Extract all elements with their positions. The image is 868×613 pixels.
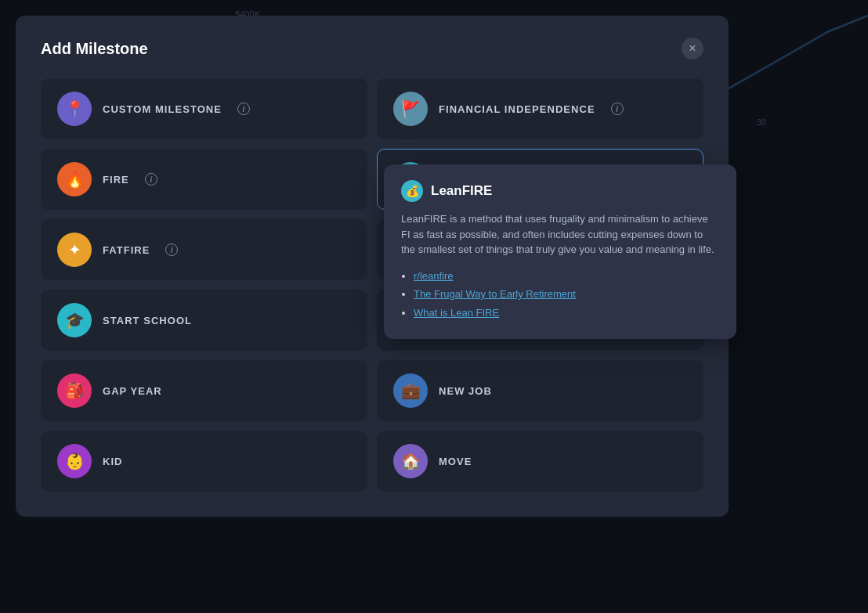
move-icon: 🏠 bbox=[393, 444, 428, 478]
financial-independence-info-icon[interactable]: i bbox=[611, 103, 624, 115]
leanfire-tooltip: 💰 LeanFIRE LeanFIRE is a method that use… bbox=[384, 164, 736, 339]
new-job-icon: 💼 bbox=[393, 373, 428, 408]
milestone-card-move[interactable]: 🏠 MOVE bbox=[377, 431, 703, 492]
tooltip-link-frugal[interactable]: The Frugal Way to Early Retirement bbox=[414, 288, 576, 300]
modal-header: Add Milestone × bbox=[41, 38, 703, 59]
tooltip-link-item: r/leanfire bbox=[414, 269, 719, 284]
milestone-card-financial-independence[interactable]: 🚩 FINANCIAL INDEPENDENCE i bbox=[377, 78, 703, 139]
financial-independence-label: FINANCIAL INDEPENDENCE bbox=[439, 103, 595, 115]
custom-milestone-info-icon[interactable]: i bbox=[237, 103, 250, 115]
tooltip-links: r/leanfire The Frugal Way to Early Retir… bbox=[401, 269, 719, 321]
milestone-card-custom-milestone[interactable]: 📍 CUSTOM MILESTONE i bbox=[41, 78, 367, 139]
fatfire-icon: ✦ bbox=[57, 233, 92, 267]
tooltip-icon: 💰 bbox=[401, 180, 423, 202]
tooltip-link-what-is-lean-fire[interactable]: What is Lean FIRE bbox=[414, 307, 499, 319]
kid-icon: 👶 bbox=[57, 444, 92, 478]
tooltip-header: 💰 LeanFIRE bbox=[401, 180, 719, 202]
fire-label: FIRE bbox=[103, 174, 129, 186]
fire-icon: 🔥 bbox=[57, 162, 92, 197]
custom-milestone-icon: 📍 bbox=[57, 92, 92, 126]
new-job-label: NEW JOB bbox=[439, 385, 492, 397]
custom-milestone-label: CUSTOM MILESTONE bbox=[103, 103, 222, 115]
move-label: MOVE bbox=[439, 456, 472, 467]
fire-info-icon[interactable]: i bbox=[145, 173, 157, 186]
financial-independence-icon: 🚩 bbox=[393, 92, 428, 126]
tooltip-title: LeanFIRE bbox=[431, 181, 492, 201]
modal-title: Add Milestone bbox=[41, 40, 148, 58]
start-school-label: START SCHOOL bbox=[103, 315, 192, 326]
gap-year-label: GAP YEAR bbox=[103, 385, 162, 397]
milestone-card-gap-year[interactable]: 🎒 GAP YEAR bbox=[41, 360, 367, 421]
modal-close-button[interactable]: × bbox=[682, 38, 703, 59]
gap-year-icon: 🎒 bbox=[57, 373, 92, 408]
tooltip-link-item: The Frugal Way to Early Retirement bbox=[414, 287, 719, 302]
fatfire-info-icon[interactable]: i bbox=[165, 243, 178, 256]
start-school-icon: 🎓 bbox=[57, 303, 92, 337]
milestone-card-kid[interactable]: 👶 KID bbox=[41, 431, 367, 492]
tooltip-body: LeanFIRE is a method that uses frugality… bbox=[401, 211, 719, 258]
tooltip-link-leanfire[interactable]: r/leanfire bbox=[414, 270, 454, 282]
kid-label: KID bbox=[103, 456, 123, 467]
milestone-card-new-job[interactable]: 💼 NEW JOB bbox=[377, 360, 703, 421]
milestone-card-start-school[interactable]: 🎓 START SCHOOL bbox=[41, 290, 367, 351]
milestone-card-fire[interactable]: 🔥 FIRE i bbox=[41, 149, 367, 210]
fatfire-label: FATFIRE bbox=[103, 244, 150, 256]
tooltip-link-item: What is Lean FIRE bbox=[414, 305, 719, 321]
milestone-card-fatfire[interactable]: ✦ FATFIRE i bbox=[41, 219, 367, 280]
